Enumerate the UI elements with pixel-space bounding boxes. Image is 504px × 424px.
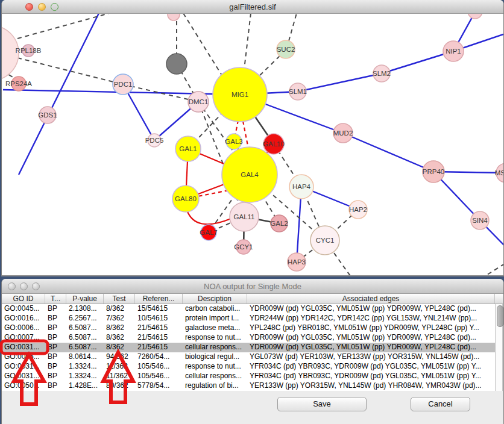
graph-edge[interactable] <box>183 13 225 80</box>
cell: 2.1308... <box>66 304 104 314</box>
cell: regulation of bi... <box>183 381 247 391</box>
table-row[interactable]: GO:0031...BP1.3324...11/362105/546...cel… <box>2 372 495 381</box>
cell: 94/362 <box>104 352 135 362</box>
graph-edge[interactable] <box>382 51 453 73</box>
cell: BP <box>45 333 66 343</box>
cell: GO:0007... <box>2 333 45 343</box>
save-button[interactable]: Save <box>277 397 367 411</box>
column-header-go-id[interactable]: GO ID <box>2 294 45 304</box>
cell: cellular respons... <box>183 372 247 381</box>
results-table[interactable]: GO:0045...BP2.1308...8/36215/54615carbon… <box>2 304 496 391</box>
table-row[interactable]: GO:0031...BP6.5087...8/36221/54615cellul… <box>2 343 495 352</box>
node-label: MUD2 <box>333 129 353 137</box>
node-label: MIG1 <box>232 91 248 98</box>
cell: 15/54615 <box>135 304 183 314</box>
node-label: RPL18B <box>16 47 42 54</box>
table-row[interactable]: GO:0006...BP6.5087...8/36221/54615galact… <box>2 323 495 333</box>
cell: BP <box>45 343 66 352</box>
cell: 21/54615 <box>135 333 183 343</box>
cancel-button[interactable]: Cancel <box>411 397 470 411</box>
column-header-test[interactable]: Test <box>104 294 135 304</box>
column-header-referen-[interactable]: Referen... <box>135 294 183 304</box>
node-label: GAL11 <box>234 213 255 220</box>
cell: 11/362 <box>104 372 135 381</box>
cell: 8/362 <box>104 323 135 333</box>
table-row[interactable]: GO:0007...BP6.5087...8/36221/54615respon… <box>2 333 495 343</box>
network-canvas[interactable]: RPL18BRPS24AGDS1PDC1PDC5DMC1MIG1SUC2SLM1… <box>2 13 503 275</box>
graph-edge[interactable] <box>243 121 248 149</box>
cell: GO:0006... <box>2 323 45 333</box>
cell: BP <box>45 304 66 314</box>
cell: GO:0031... <box>2 372 45 381</box>
titlebar-noa[interactable]: NOA output for Single Mode <box>2 279 503 294</box>
cell: 105/546... <box>135 362 183 372</box>
graph-edge[interactable] <box>289 13 297 41</box>
graph-edge[interactable] <box>187 210 231 224</box>
cell: BP <box>45 314 66 323</box>
cell: BP <box>45 352 66 362</box>
window-noa-output: NOA output for Single Mode GO IDT...P-va… <box>1 279 504 424</box>
cell: response to nut... <box>183 362 247 372</box>
cell: 5778/54... <box>135 381 183 391</box>
node-label: SLM2 <box>373 70 391 77</box>
table-row[interactable]: GO:0045...BP2.1308...8/36215/54615carbon… <box>2 304 495 314</box>
cell: GO:0045... <box>2 304 45 314</box>
graph-edge[interactable] <box>259 56 280 76</box>
node-label: GAL10 <box>263 140 285 148</box>
graph-edge[interactable] <box>485 264 503 275</box>
node-label: CYC1 <box>316 237 335 244</box>
node-label: HAP3 <box>288 258 306 266</box>
cell: BP <box>45 323 66 333</box>
cell: GO:0031... <box>2 343 45 352</box>
graph-edge[interactable] <box>244 13 251 69</box>
node-label: GDS1 <box>38 111 57 119</box>
cell: 1.3324... <box>66 362 104 372</box>
cell: GO:0031... <box>2 362 45 372</box>
cell: YFR034C (pd) YBR093C, YDR009W (pd) YGL03… <box>247 362 495 372</box>
graph-edge[interactable] <box>298 73 382 92</box>
cell: cellular respons... <box>183 343 247 352</box>
node-label: GAL80 <box>175 195 197 202</box>
table-row[interactable]: GO:0016...BP6.2567...7/36210/54615protei… <box>2 314 495 323</box>
node-label: GCY1 <box>234 243 253 251</box>
graph-edge[interactable] <box>343 133 433 172</box>
cell: YPL248C (pd) YBR018C, YML051W (pp) YDR00… <box>247 323 495 333</box>
node-label: SLM1 <box>289 88 307 95</box>
node-label: RPS24A <box>5 80 32 87</box>
window-title: NOA output for Single Mode <box>2 282 503 291</box>
titlebar-network[interactable]: galFiltered.sif <box>2 0 503 14</box>
cell: 21/54615 <box>135 323 183 333</box>
scrollbar-thumb[interactable] <box>497 305 503 327</box>
node-label: SUC2 <box>277 46 295 53</box>
vertical-scrollbar[interactable] <box>495 304 503 391</box>
node-label: GAL7 <box>200 229 217 236</box>
graph-edge[interactable] <box>17 13 109 39</box>
cell: 7260/54... <box>135 352 183 362</box>
graph-edge[interactable] <box>19 13 99 175</box>
table-row[interactable]: GO:0031...BP1.3324...11/362105/546...res… <box>2 362 495 372</box>
node-label: GAL3 <box>225 138 242 145</box>
column-header-t-[interactable]: T... <box>45 294 66 304</box>
node-label: PRP40 <box>423 168 444 175</box>
node-label: GAL1 <box>179 145 197 152</box>
cell: GO:0050... <box>2 381 45 391</box>
window-network: RPL18BRPS24AGDS1PDC1PDC5DMC1MIG1SUC2SLM1… <box>1 0 504 276</box>
column-header-associated-edges[interactable]: Associated edges <box>247 294 495 304</box>
cell: 8/362 <box>104 343 135 352</box>
node-label: GAL2 <box>270 220 288 227</box>
node-top-a[interactable] <box>168 13 180 20</box>
node-top-b[interactable] <box>468 13 482 19</box>
column-header-desciption[interactable]: Desciption <box>183 294 247 304</box>
cell: 1.3324... <box>66 372 104 381</box>
column-header-p-value[interactable]: P-value <box>66 294 104 304</box>
cell: 8.0614... <box>66 352 104 362</box>
cell: 8/362 <box>104 304 135 314</box>
cell: 6.5087... <box>66 333 104 343</box>
table-row[interactable]: GO:0065...BP8.0614...94/3627260/54...bio… <box>2 352 495 362</box>
cell: 8/362 <box>104 333 135 343</box>
cell: BP <box>45 381 66 391</box>
cell: GO:0016... <box>2 314 45 323</box>
cell: 10/54615 <box>135 314 183 323</box>
table-row[interactable]: GO:0050...BP1.428E...80/3625778/54...reg… <box>2 381 495 391</box>
node-gray-node[interactable] <box>166 54 187 74</box>
